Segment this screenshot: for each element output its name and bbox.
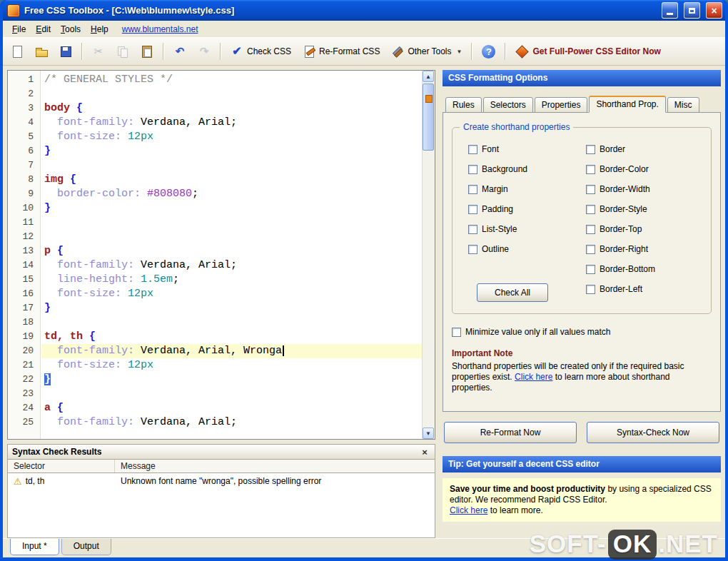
minimize-button[interactable]	[662, 2, 678, 19]
checkbox-minimize-value[interactable]: Minimize value only if all values match	[452, 325, 712, 338]
checkbox-box[interactable]	[468, 165, 477, 174]
checkbox-box[interactable]	[468, 145, 477, 154]
code-line[interactable]: }	[41, 301, 423, 315]
code-line[interactable]: font-family: Verdana, Arial;	[41, 258, 423, 273]
scroll-up-button[interactable]: ▲	[423, 71, 434, 82]
checkbox-border-right[interactable]: Border-Right	[586, 239, 704, 259]
menu-item-help[interactable]: Help	[86, 22, 113, 36]
copy-button[interactable]	[111, 41, 134, 61]
bottom-tab-input[interactable]: Input *	[10, 539, 59, 555]
scroll-down-button[interactable]: ▼	[423, 428, 434, 439]
checkbox-border-color[interactable]: Border-Color	[586, 159, 704, 179]
menu-item-tools[interactable]: Tools	[56, 22, 86, 36]
code-lines[interactable]: /* GENERAL STYLES */body { font-family: …	[41, 71, 423, 439]
code-line[interactable]: p {	[41, 244, 423, 258]
checkbox-box[interactable]	[586, 285, 595, 294]
checkbox-box[interactable]	[586, 225, 595, 234]
check-css-button[interactable]: ✔ Check CSS	[226, 41, 296, 61]
checkbox-box[interactable]	[586, 265, 595, 274]
checkbox-box[interactable]	[452, 328, 461, 337]
editor-scrollbar[interactable]: ▲ ▼	[422, 71, 435, 439]
save-button[interactable]	[54, 41, 77, 61]
code-line[interactable]: font-family: Verdana, Arial;	[41, 415, 423, 430]
undo-button[interactable]: ↶	[168, 41, 191, 61]
column-message[interactable]: Message	[115, 460, 435, 472]
column-selector[interactable]: Selector	[8, 460, 115, 472]
code-line[interactable]: font-size: 12px	[41, 287, 423, 301]
checkbox-border-width[interactable]: Border-Width	[586, 179, 704, 199]
checkbox-box[interactable]	[468, 225, 477, 234]
code-line[interactable]	[41, 158, 423, 173]
checkbox-outline[interactable]: Outline	[468, 239, 586, 259]
reformat-css-button[interactable]: Re-Format CSS	[298, 41, 385, 61]
checkbox-box[interactable]	[586, 165, 595, 174]
checkbox-box[interactable]	[586, 145, 595, 154]
checkbox-list-style[interactable]: List-Style	[468, 219, 586, 239]
checkbox-margin[interactable]: Margin	[468, 179, 586, 199]
close-results-icon[interactable]: ×	[419, 447, 430, 458]
get-full-editor-button[interactable]: Get Full-Power CSS Editor Now	[510, 41, 665, 62]
code-line[interactable]: img {	[41, 173, 423, 187]
checkbox-border-top[interactable]: Border-Top	[586, 219, 704, 239]
tab-properties[interactable]: Properties	[535, 97, 588, 113]
code-line[interactable]: font-size: 12px	[41, 130, 423, 144]
tab-selectors[interactable]: Selectors	[483, 97, 533, 113]
menu-item-file[interactable]: File	[7, 22, 31, 36]
result-row[interactable]: ⚠td, thUnknown font name "wronga", possi…	[8, 473, 435, 489]
code-line[interactable]: body {	[41, 101, 423, 116]
checkbox-padding[interactable]: Padding	[468, 199, 586, 219]
blumentals-link[interactable]: www.blumentals.net	[122, 24, 198, 34]
code-line[interactable]: /* GENERAL STYLES */	[41, 73, 423, 87]
code-token: }	[44, 373, 51, 385]
code-line[interactable]: font-family: Verdana, Arial;	[41, 116, 423, 130]
syntax-check-now-button[interactable]: Syntax-Check Now	[587, 422, 719, 443]
code-editor[interactable]: 1234567891011121314151617181920212223242…	[7, 70, 435, 440]
code-line[interactable]: }	[41, 373, 423, 387]
code-line[interactable]: border-color: #808080;	[41, 187, 423, 201]
checkbox-box[interactable]	[586, 245, 595, 254]
help-button[interactable]: ?	[477, 41, 500, 62]
checkbox-border-style[interactable]: Border-Style	[586, 199, 704, 219]
code-line[interactable]	[41, 216, 423, 230]
code-line[interactable]	[41, 315, 423, 330]
checkbox-background[interactable]: Background	[468, 159, 586, 179]
new-button[interactable]	[6, 41, 29, 61]
close-button[interactable]: ×	[706, 2, 722, 19]
code-line[interactable]: a {	[41, 401, 423, 415]
cut-button[interactable]: ✂	[87, 41, 110, 61]
other-tools-button[interactable]: Other Tools ▼	[386, 41, 467, 61]
code-line[interactable]	[41, 87, 423, 101]
checkbox-border-left[interactable]: Border-Left	[586, 279, 704, 299]
redo-button[interactable]: ↷	[193, 41, 216, 61]
code-line[interactable]: }	[41, 201, 423, 216]
checkbox-box[interactable]	[468, 205, 477, 214]
open-button[interactable]	[30, 41, 53, 61]
checkbox-border-bottom[interactable]: Border-Bottom	[586, 259, 704, 279]
code-line[interactable]	[41, 387, 423, 401]
titlebar[interactable]: Free CSS Toolbox - [C:\Web\blumnew\style…	[3, 0, 725, 21]
paste-button[interactable]	[136, 41, 158, 61]
checkbox-box[interactable]	[468, 185, 477, 194]
tip-click-here-link[interactable]: Click here	[450, 505, 487, 515]
reformat-now-button[interactable]: Re-Format Now	[444, 422, 577, 443]
check-all-button[interactable]: Check All	[477, 283, 548, 302]
checkbox-box[interactable]	[468, 245, 477, 254]
scrollbar-thumb[interactable]	[423, 84, 434, 151]
maximize-button[interactable]	[684, 2, 700, 19]
code-line[interactable]: font-size: 12px	[41, 358, 423, 373]
checkbox-border[interactable]: Border	[586, 139, 704, 159]
checkbox-font[interactable]: Font	[468, 139, 586, 159]
code-line[interactable]: td, th {	[41, 330, 423, 344]
checkbox-box[interactable]	[586, 205, 595, 214]
bottom-tab-output[interactable]: Output	[61, 539, 111, 555]
code-line[interactable]: line-height: 1.5em;	[41, 273, 423, 287]
menu-item-edit[interactable]: Edit	[31, 22, 56, 36]
tab-rules[interactable]: Rules	[445, 97, 482, 113]
code-line[interactable]: }	[41, 144, 423, 158]
tab-shorthand-prop[interactable]: Shorthand Prop.	[589, 96, 665, 113]
tab-misc[interactable]: Misc	[667, 97, 699, 113]
checkbox-box[interactable]	[586, 185, 595, 194]
note-click-here-link[interactable]: Click here	[515, 372, 552, 382]
code-line[interactable]: font-family: Verdana, Arial, Wronga	[41, 344, 423, 358]
code-line[interactable]	[41, 230, 423, 244]
